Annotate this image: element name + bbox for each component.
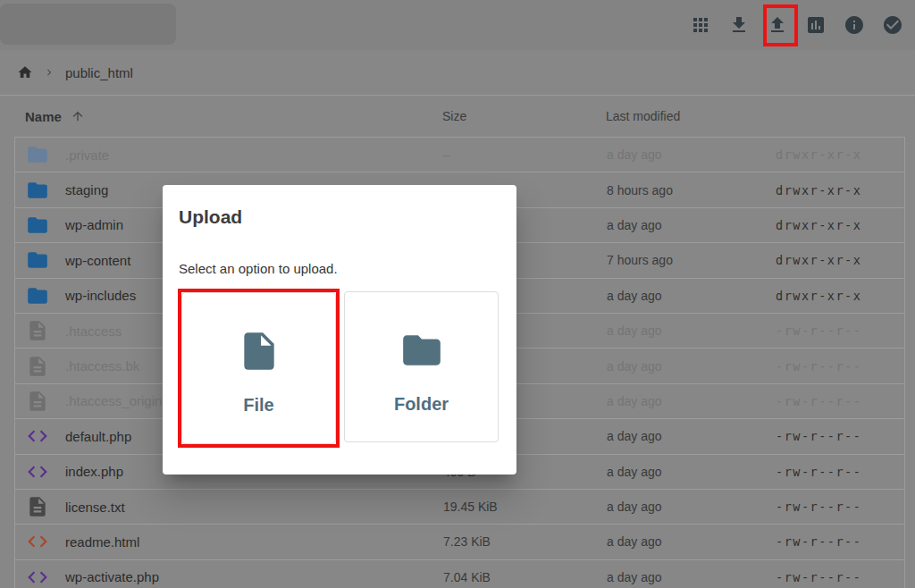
file-modified: a day ago bbox=[607, 525, 662, 559]
file-permissions: -rw-r--r-- bbox=[776, 560, 861, 588]
table-row[interactable]: license.txt19.45 KiBa day ago-rw-r--r-- bbox=[15, 490, 904, 525]
file-permissions: drwxr-xr-x bbox=[776, 279, 861, 313]
file-icon bbox=[237, 329, 281, 374]
home-icon[interactable] bbox=[17, 64, 33, 80]
logo-placeholder bbox=[0, 4, 176, 45]
folder-icon bbox=[399, 328, 444, 373]
info-icon[interactable] bbox=[844, 14, 865, 36]
modal-subtitle: Select an option to upload. bbox=[179, 261, 338, 276]
table-header: Name Size Last modified bbox=[0, 96, 915, 137]
folder-icon bbox=[26, 179, 49, 202]
folder-icon bbox=[26, 143, 49, 166]
file-modified: a day ago bbox=[607, 208, 662, 242]
upload-option-label: File bbox=[243, 395, 273, 416]
file-name: license.txt bbox=[65, 500, 125, 515]
file-modified: a day ago bbox=[607, 455, 662, 489]
modal-title: Upload bbox=[179, 206, 242, 228]
upload-option-label: Folder bbox=[394, 394, 449, 415]
file-permissions: drwxr-xr-x bbox=[776, 172, 861, 206]
folder-icon bbox=[26, 284, 49, 307]
file-size: – bbox=[443, 138, 450, 172]
column-header-size[interactable]: Size bbox=[442, 96, 466, 137]
file-name: staging bbox=[65, 182, 108, 197]
file-modified: a day ago bbox=[607, 138, 662, 172]
breadcrumb: public_html bbox=[0, 50, 915, 96]
file-name: wp-activate.php bbox=[65, 569, 159, 584]
file-permissions: -rw-r--r-- bbox=[776, 349, 861, 382]
file-permissions: -rw-r--r-- bbox=[776, 314, 861, 348]
code-icon bbox=[26, 566, 49, 588]
file-modified: a day ago bbox=[607, 314, 662, 348]
code-icon bbox=[26, 424, 49, 448]
folder-icon bbox=[26, 214, 49, 237]
file-icon bbox=[26, 495, 49, 518]
code-icon bbox=[26, 460, 49, 483]
file-name: wp-content bbox=[65, 253, 130, 268]
file-name: .htaccess bbox=[65, 323, 122, 339]
select-all-icon[interactable] bbox=[882, 14, 903, 36]
file-modified: a day ago bbox=[607, 560, 662, 588]
file-permissions: drwxr-xr-x bbox=[776, 138, 861, 172]
file-name: wp-includes bbox=[65, 288, 136, 303]
file-modified: a day ago bbox=[607, 419, 662, 453]
file-permissions: -rw-r--r-- bbox=[776, 525, 861, 559]
disk-usage-icon[interactable] bbox=[805, 14, 827, 36]
file-name: default.php bbox=[65, 429, 131, 444]
file-size: 7.04 KiB bbox=[443, 560, 491, 588]
upload-modal: Upload Select an option to upload. FileF… bbox=[163, 185, 516, 475]
upload-icon[interactable] bbox=[767, 14, 788, 36]
file-permissions: -rw-r--r-- bbox=[776, 384, 861, 418]
file-name: wp-admin bbox=[65, 217, 123, 232]
file-permissions: -rw-r--r-- bbox=[776, 490, 861, 524]
column-header-modified[interactable]: Last modified bbox=[606, 96, 680, 137]
table-row[interactable]: wp-activate.php7.04 KiBa day ago-rw-r--r… bbox=[15, 560, 904, 588]
column-name-label: Name bbox=[25, 109, 62, 124]
file-name: readme.html bbox=[65, 534, 139, 550]
file-name: index.php bbox=[65, 464, 123, 479]
file-size: 19.45 KiB bbox=[443, 490, 498, 524]
toolbar-actions bbox=[690, 0, 903, 50]
file-icon bbox=[26, 355, 49, 378]
table-row[interactable]: readme.html7.23 KiBa day ago-rw-r--r-- bbox=[15, 525, 904, 559]
toolbar bbox=[0, 0, 915, 50]
file-size: 7.23 KiB bbox=[443, 525, 491, 559]
file-name: .private bbox=[65, 147, 109, 163]
file-permissions: -rw-r--r-- bbox=[776, 455, 861, 489]
file-permissions: drwxr-xr-x bbox=[776, 208, 861, 242]
file-modified: 7 hours ago bbox=[607, 243, 673, 277]
file-name: .htaccess.bk bbox=[65, 358, 139, 374]
file-name: .htaccess_original bbox=[65, 393, 172, 408]
file-modified: a day ago bbox=[607, 384, 662, 418]
breadcrumb-folder[interactable]: public_html bbox=[65, 65, 133, 80]
file-modified: 8 hours ago bbox=[607, 172, 673, 206]
file-icon bbox=[26, 319, 49, 342]
table-row[interactable]: .private–a day agodrwxr-xr-x bbox=[15, 138, 904, 172]
file-modified: a day ago bbox=[607, 490, 662, 524]
file-permissions: -rw-r--r-- bbox=[776, 419, 861, 453]
chevron-right-icon bbox=[43, 66, 55, 79]
file-modified: a day ago bbox=[607, 279, 662, 313]
upload-option-file[interactable]: File bbox=[181, 292, 336, 444]
code-icon bbox=[26, 530, 49, 553]
file-permissions: drwxr-xr-x bbox=[776, 243, 861, 277]
file-modified: a day ago bbox=[607, 349, 662, 382]
upload-option-folder[interactable]: Folder bbox=[344, 291, 499, 442]
folder-icon bbox=[26, 248, 49, 272]
file-icon bbox=[26, 390, 49, 413]
download-icon[interactable] bbox=[728, 14, 750, 36]
column-header-name[interactable]: Name bbox=[25, 96, 85, 137]
sort-ascending-icon bbox=[71, 109, 85, 123]
grid-view-icon[interactable] bbox=[690, 14, 711, 36]
